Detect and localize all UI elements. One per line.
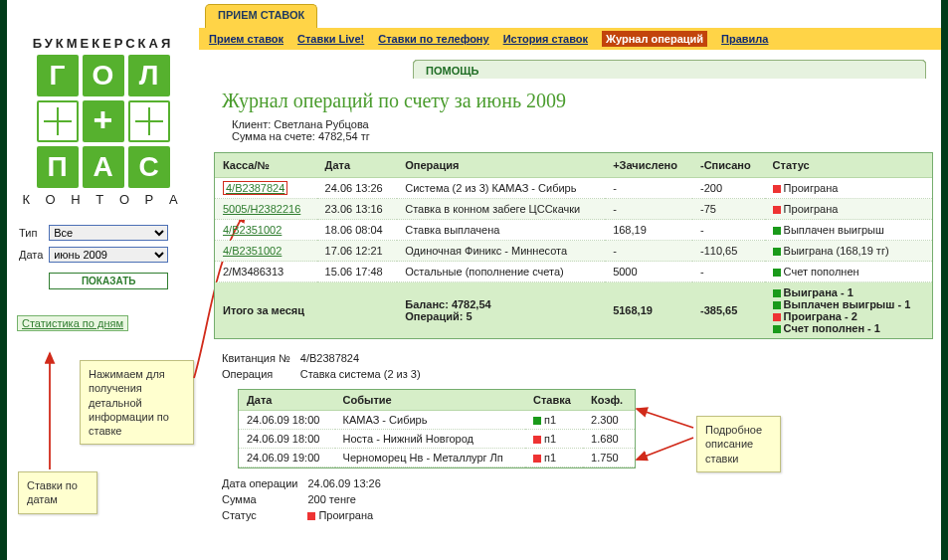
receipt-link[interactable]: 4/B2351002 — [223, 224, 282, 236]
date-label: Дата — [19, 245, 47, 265]
summary-minus: -385,65 — [692, 282, 765, 338]
table-row: 2/M348631315.06 17:48Остальные (пополнен… — [215, 262, 932, 282]
col-minus: -Списано — [692, 153, 765, 178]
detail-table: Дата Событие Ставка Коэф. 24.06.09 18:00… — [238, 389, 636, 468]
receipt-link[interactable]: 4/B2351002 — [223, 245, 282, 257]
table-row: 4/B235100218.06 08:04Ставка выплачена168… — [215, 220, 932, 241]
col-plus: +Зачислено — [605, 153, 692, 178]
table-row: 4/B238782424.06 13:26Система (2 из 3) КА… — [215, 178, 932, 199]
table-row: 5005/H238221623.06 13:16Ставка в конном … — [215, 199, 932, 220]
show-button[interactable]: ПОКАЗАТЬ — [49, 273, 168, 289]
sub-accept[interactable]: Прием ставок — [209, 33, 284, 45]
logo: БУКМЕКЕРСКАЯ Г О Л + П А С К О Н Т О Р А — [7, 28, 199, 217]
client-name: Светлана Рубцова — [274, 118, 368, 130]
logo-bottom: К О Н Т О Р А — [17, 192, 189, 207]
col-status: Статус — [765, 153, 932, 178]
summary-plus: 5168,19 — [605, 282, 692, 338]
annotation-by-date: Ставки по датам — [18, 471, 97, 514]
sub-phone[interactable]: Ставки по телефону — [378, 33, 488, 45]
col-kassa: Касса/№ — [215, 153, 317, 178]
table-row: 24.06.09 19:00Черноморец Нв - Металлург … — [239, 449, 635, 467]
tab-bets[interactable]: ПРИЕМ СТАВОК — [205, 4, 317, 28]
sub-live[interactable]: Ставки Live! — [297, 33, 364, 45]
filter-panel: Тип Все Дата июнь 2009 ПОКАЗАТЬ — [7, 217, 199, 293]
summary-bal: Баланс: 4782,54Операций: 5 — [397, 282, 605, 338]
col-date: Дата — [317, 153, 398, 178]
summary-status: Выиграна - 1Выплачен выигрыш - 1Проигран… — [765, 282, 932, 338]
type-label: Тип — [19, 223, 47, 243]
receipt-link[interactable]: 5005/H2382216 — [223, 203, 300, 215]
type-select[interactable]: Все — [49, 225, 168, 241]
sub-journal[interactable]: Журнал операций — [602, 31, 707, 47]
balance-label: Сумма на счете: — [232, 130, 315, 142]
detail-panel: Квитанция №4/B2387824 ОперацияСтавка сис… — [214, 349, 933, 524]
date-select[interactable]: июнь 2009 — [49, 247, 168, 263]
annotation-click-detail: Нажимаем для получения детальной информа… — [80, 360, 194, 445]
summary-month: Итого за месяц — [215, 282, 397, 338]
sub-rules[interactable]: Правила — [721, 33, 768, 45]
sub-history[interactable]: История ставок — [503, 33, 588, 45]
receipt-link[interactable]: 4/B2387824 — [223, 181, 287, 195]
main-tabs: ГЛАВНАЯ ПРИЕМ СТАВОК РЕЗУЛЬТАТЫ ТОТАЛИЗА… — [199, 0, 941, 28]
table-row: 24.06.09 18:00Носта - Нижний Новгородп11… — [239, 430, 635, 449]
stats-by-day-link[interactable]: Статистика по дням — [17, 315, 128, 331]
balance-value: 4782,54 тг — [318, 130, 370, 142]
table-row: 24.06.09 18:00КАМАЗ - Сибирьп12.300 — [239, 411, 635, 430]
client-label: Клиент: — [232, 118, 271, 130]
col-op: Операция — [397, 153, 605, 178]
sub-tabs: Прием ставок Ставки Live! Ставки по теле… — [199, 28, 941, 50]
page-title: Журнал операций по счету за июнь 2009 — [222, 90, 933, 112]
table-row: 4/B235100217.06 12:21Одиночная Финикс - … — [215, 241, 932, 262]
logo-top: БУКМЕКЕРСКАЯ — [17, 36, 189, 51]
operations-table: Касса/№ Дата Операция +Зачислено -Списан… — [214, 152, 933, 339]
